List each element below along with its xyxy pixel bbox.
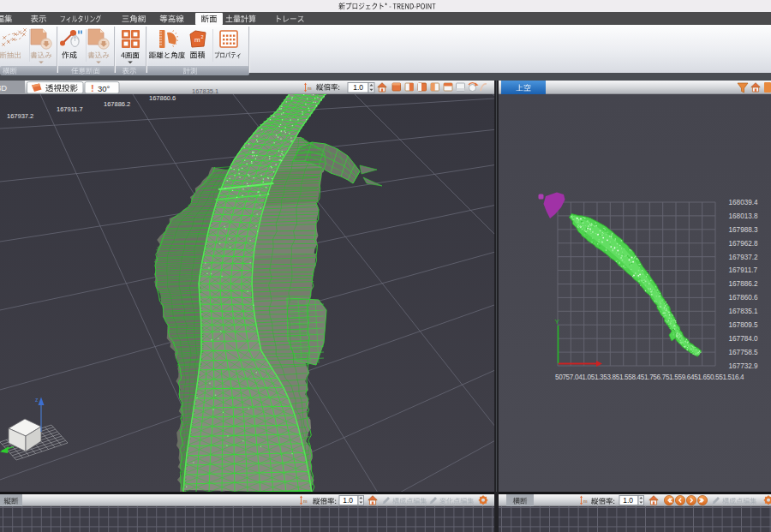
svg-text:m: m <box>308 86 312 91</box>
svg-text:167860.6: 167860.6 <box>729 294 759 302</box>
svg-text:168039.4: 168039.4 <box>729 199 759 206</box>
svg-text:167835.1: 167835.1 <box>729 308 759 315</box>
svg-text:1.0: 1.0 <box>343 496 353 505</box>
svg-text:167911.7: 167911.7 <box>729 266 758 274</box>
svg-text:167886.2: 167886.2 <box>104 100 130 108</box>
svg-text:167758.5: 167758.5 <box>729 349 759 356</box>
svg-text:167860.6: 167860.6 <box>149 94 176 102</box>
svg-text:3D: 3D <box>0 83 7 93</box>
svg-text:168013.8: 168013.8 <box>729 212 759 220</box>
svg-text:m: m <box>194 36 200 44</box>
svg-text:!: ! <box>91 83 94 93</box>
svg-text:1.0: 1.0 <box>623 496 633 505</box>
svg-text:m: m <box>303 499 308 504</box>
svg-text:167962.8: 167962.8 <box>729 240 759 248</box>
svg-text:50757.041.051.353.851.558.451.: 50757.041.051.353.851.558.451.756.751.55… <box>555 374 744 381</box>
svg-text:1.0: 1.0 <box>353 83 363 92</box>
svg-text:167937.2: 167937.2 <box>7 112 33 120</box>
svg-text:167988.3: 167988.3 <box>729 226 759 234</box>
svg-text:30°: 30° <box>98 84 111 93</box>
svg-text:z: z <box>35 397 39 403</box>
svg-text:167809.5: 167809.5 <box>729 321 759 329</box>
svg-text:167911.7: 167911.7 <box>57 105 83 113</box>
svg-text:167937.2: 167937.2 <box>729 254 759 261</box>
svg-text:167732.9: 167732.9 <box>729 362 759 370</box>
svg-text:167784.0: 167784.0 <box>729 335 759 343</box>
svg-text:Y: Y <box>555 318 560 326</box>
svg-text:2: 2 <box>201 34 204 39</box>
svg-text:167886.2: 167886.2 <box>729 280 759 288</box>
svg-text:167835.1: 167835.1 <box>192 87 218 95</box>
svg-text:m: m <box>583 499 588 504</box>
